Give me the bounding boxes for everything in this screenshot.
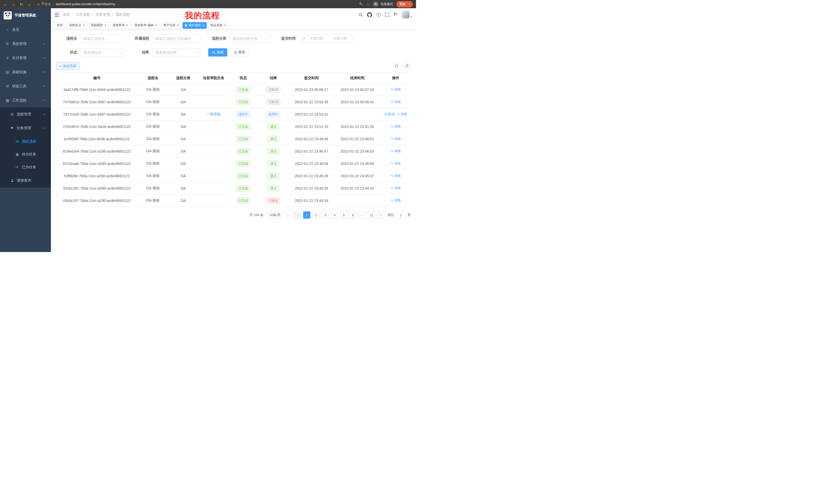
task-link[interactable]: 一级审批 xyxy=(206,112,221,116)
category-select[interactable] xyxy=(229,34,270,43)
page-button-11[interactable]: 11 xyxy=(368,212,375,219)
tab-6[interactable]: 我的流程× xyxy=(183,22,207,29)
hamburger-icon[interactable] xyxy=(51,13,63,17)
cell-current-task: 一级审批 xyxy=(198,108,229,120)
bookmark-star-icon[interactable]: ☆ xyxy=(366,2,369,6)
cancel-action[interactable]: ⊗取消 xyxy=(384,112,394,117)
breadcrumb-item[interactable]: 工作流程 xyxy=(76,12,90,17)
result-select-input[interactable] xyxy=(152,48,201,57)
refresh-table-button[interactable] xyxy=(403,62,411,70)
sidebar-item-2[interactable]: ¥支付管理 xyxy=(0,51,51,65)
status-select-input[interactable] xyxy=(80,48,124,57)
process-name-label: 流程名 xyxy=(59,36,77,41)
back-icon[interactable]: ← xyxy=(3,2,8,6)
close-icon[interactable]: × xyxy=(83,24,85,27)
result-badge: 已取消 xyxy=(266,99,280,105)
reload-icon[interactable]: ↻ xyxy=(19,2,24,6)
status-select[interactable] xyxy=(80,48,124,57)
table-row: 03c6c157-7b9a-11ec-a290-acde48001122OA 请… xyxy=(56,194,411,207)
detail-action[interactable]: ✎详情 xyxy=(391,87,401,92)
close-icon[interactable]: × xyxy=(224,24,226,27)
browser-menu-icon[interactable]: ⋮ xyxy=(408,3,411,6)
search-button[interactable]: 搜索 xyxy=(208,48,227,57)
detail-action[interactable]: ✎详情 xyxy=(391,100,401,104)
home-icon[interactable]: ⌂ xyxy=(27,2,32,6)
logo-image xyxy=(4,11,12,20)
sidebar-item-0[interactable]: ⌂首页 xyxy=(0,23,51,37)
page-button-5[interactable]: 5 xyxy=(340,212,347,219)
next-page-button[interactable]: › xyxy=(377,212,384,219)
fullscreen-icon[interactable] xyxy=(385,12,389,17)
page-button-6[interactable]: 6 xyxy=(349,212,357,219)
update-button[interactable]: 更新 ⋮ xyxy=(396,1,413,7)
forward-icon[interactable]: → xyxy=(11,2,16,6)
sidebar-item-6[interactable]: ≣流程管理 xyxy=(0,107,51,121)
sidebar-item-4[interactable]: ⚒研发工具 xyxy=(0,79,51,93)
detail-action[interactable]: ✎详情 xyxy=(391,198,401,203)
tab-0[interactable]: 首页 xyxy=(54,22,65,29)
tab-5[interactable]: 用户分组× xyxy=(161,22,181,29)
tab-1[interactable]: 流程定义× xyxy=(67,22,87,29)
breadcrumb-item[interactable]: 任务管理 xyxy=(96,12,110,17)
tab-4[interactable]: 流程表单-编辑× xyxy=(132,22,160,29)
cell-process-name: OA 请假 xyxy=(137,194,168,207)
avatar[interactable] xyxy=(402,11,410,19)
breadcrumb-item[interactable]: 首页 xyxy=(63,12,70,17)
help-icon[interactable]: ? xyxy=(376,12,381,17)
address-bar[interactable]: ⚠ 不安全 dashboard.yudao.iocoder.cn/bpm/tas… xyxy=(37,2,356,6)
page-size-select[interactable]: 10条/页 xyxy=(267,212,292,219)
result-select[interactable] xyxy=(152,48,201,57)
sidebar-item-8[interactable]: ✉我的流程 xyxy=(0,135,51,148)
detail-action[interactable]: ✎详情 xyxy=(391,137,401,141)
detail-action[interactable]: ✎详情 xyxy=(391,161,401,166)
column-header: 流程名 xyxy=(137,73,168,83)
sidebar-item-5[interactable]: ▦工作流程 xyxy=(0,93,51,107)
reset-button[interactable]: 重置 xyxy=(230,48,249,57)
sidebar-item-9[interactable]: ◉待办任务 xyxy=(0,148,51,161)
page-button-4[interactable]: 4 xyxy=(331,212,338,219)
prev-page-button[interactable]: ‹ xyxy=(294,212,301,219)
app-logo[interactable]: 芋道管理系统 xyxy=(0,8,51,23)
detail-action[interactable]: ✎详情 xyxy=(391,174,401,178)
cell-id: 67c2eaab-7b9a-11ec-a290-acde48001122 xyxy=(56,158,137,170)
close-icon[interactable]: × xyxy=(105,24,107,27)
table-row: 52ffd28e-7b9a-11ec-a290-acde48001122OA 请… xyxy=(56,170,411,182)
goto-page-input[interactable] xyxy=(396,212,406,219)
detail-action[interactable]: ✎详情 xyxy=(391,149,401,153)
font-size-icon[interactable]: TT xyxy=(394,12,398,17)
process-name-input[interactable] xyxy=(80,34,124,43)
close-icon[interactable]: × xyxy=(177,24,179,27)
toggle-search-button[interactable] xyxy=(393,62,400,70)
date-range-picker[interactable]: 开始日期 - 结束日期 xyxy=(299,34,353,43)
pagination-total: 共 104 条 xyxy=(250,213,263,217)
sidebar-item-7[interactable]: ⚑任务管理 xyxy=(0,121,51,135)
tab-2[interactable]: 流程模型× xyxy=(88,22,109,29)
page-button-1[interactable]: 1 xyxy=(303,212,310,219)
security-chip[interactable]: ⚠ 不安全 xyxy=(37,2,51,6)
sidebar-item-10[interactable]: ✂已办任务 xyxy=(0,161,51,174)
detail-action[interactable]: ✎详情 xyxy=(391,186,401,191)
github-icon[interactable] xyxy=(367,12,372,17)
user-menu[interactable]: ▾ xyxy=(402,11,412,19)
detail-action[interactable]: ✎详情 xyxy=(391,124,401,129)
tab-7[interactable]: 发起流程× xyxy=(208,22,229,29)
category-select-input[interactable] xyxy=(229,34,270,43)
workflow-icon: ▦ xyxy=(5,98,10,103)
page-button-3[interactable]: 3 xyxy=(322,212,329,219)
tab-3[interactable]: 流程表单× xyxy=(110,22,131,29)
sidebar-item-11[interactable]: 请假查询 xyxy=(0,174,51,188)
page-ellipsis-icon[interactable]: ··· xyxy=(359,212,366,219)
process-key-input[interactable] xyxy=(152,34,201,43)
close-icon[interactable]: × xyxy=(126,24,128,27)
close-icon[interactable]: × xyxy=(202,24,204,27)
create-process-button[interactable]: + 发起流程 xyxy=(56,62,79,70)
search-icon[interactable] xyxy=(358,12,363,17)
detail-action[interactable]: ✎详情 xyxy=(397,112,407,117)
page-button-2[interactable]: 2 xyxy=(312,212,319,219)
sidebar-item-3[interactable]: ▤基础设施 xyxy=(0,65,51,79)
pagination: 共 104 条 10条/页 ‹ 123456···11 › 前往 页 xyxy=(56,212,411,219)
cell-result: 通过 xyxy=(258,133,289,145)
key-icon[interactable] xyxy=(359,2,363,6)
close-icon[interactable]: × xyxy=(155,24,157,27)
sidebar-item-1[interactable]: ⚙系统管理 xyxy=(0,37,51,51)
